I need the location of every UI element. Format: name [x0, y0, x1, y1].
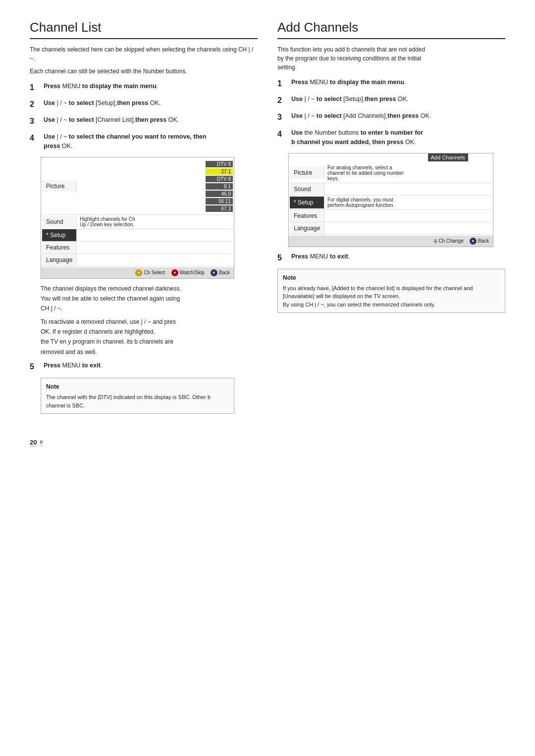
step-3-number: 3 [30, 115, 41, 127]
channel-list-title: Channel List [30, 20, 258, 39]
step-5-right-number: 5 [277, 252, 288, 264]
additional-info: The channel displays the removed channel… [41, 284, 258, 357]
footer-btn-back: ● Back [211, 269, 230, 276]
menu-tooltip: Highlight channels for ChUp / Down key s… [77, 215, 233, 229]
step-4-number: 4 [30, 132, 41, 144]
right-step-4: 4 Use the Number buttons to enter b numb… [277, 128, 505, 147]
page-letter: B [40, 440, 43, 446]
menu-row-features: Features [42, 242, 233, 254]
ac-menu-content-picture: For analog channels, select achannel to … [324, 163, 492, 183]
channel-menu-table: Picture DTV 8 27.1 DTV 8 8.1 46.0 56.11 … [41, 157, 234, 267]
ch-tag-2: 27.1 [206, 168, 233, 175]
watchskip-label: Watch/Skip [180, 270, 205, 275]
step-4: 4 Use | / ~ to select the channel you wa… [30, 132, 258, 151]
step-5-left-number: 5 [30, 361, 41, 373]
right-step-1-number: 1 [277, 78, 288, 90]
step-3-text: Use | / ~ to select [Channel List],then … [44, 115, 179, 125]
menu-row-language: Language [42, 254, 233, 266]
back-right-icon: ● [470, 238, 477, 245]
ac-screen-footer: ≡ Ch Change ● Back [289, 236, 493, 247]
note-line-1: If you already have, [Added to the chann… [283, 285, 473, 291]
channel-tags: DTV 8 27.1 DTV 8 8.1 46.0 56.11 67.3 [204, 159, 232, 213]
ch-tag-5: 46.0 [206, 191, 233, 197]
channel-tags-col: DTV 8 27.1 DTV 8 8.1 46.0 56.11 67.3 [203, 158, 233, 214]
step-2: 2 Use | / ~ to select [Setup],then press… [30, 99, 258, 110]
ac-menu-label-sound: Sound [290, 183, 324, 195]
ac-menu-row-picture: Picture For analog channels, select acha… [290, 163, 492, 183]
note-text-left: The channel with the [DTV] indicated on … [46, 393, 229, 409]
right-step-3: 3 Use | / ~ to select [Add Channels],the… [277, 111, 505, 123]
menu-row-setup: * Setup [42, 229, 233, 242]
chchange-icon: ≡ [433, 238, 437, 245]
add-channels-section: Add Channels This function lets you add … [277, 20, 505, 419]
ch-tag-4: 8.1 [206, 183, 233, 190]
step-2-text: Use | / ~ to select [Setup],then press O… [44, 99, 160, 108]
add-channels-title: Add Channels [277, 20, 505, 39]
step-1-text: Press MENU to display the main menu. [44, 82, 158, 91]
add-channels-steps: 1 Press MENU to display the main menu. 2… [277, 78, 505, 147]
channel-list-intro1: The channels selected here can be skippe… [30, 45, 258, 63]
chselect-icon: ● [135, 269, 142, 276]
ac-menu-content-language [324, 227, 492, 230]
step-3: 3 Use | / ~ to select [Channel List],the… [30, 115, 258, 127]
ac-menu-content-features [324, 214, 492, 217]
menu-content-picture [77, 185, 203, 188]
menu-label-sound: Sound [42, 216, 77, 228]
step-4-text: Use | / ~ to select the channel you want… [44, 132, 207, 151]
back-icon: ● [211, 269, 217, 276]
right-step-1-text: Press MENU to display the main menu. [291, 78, 406, 87]
channel-list-intro2: Each channel can still be selected with … [30, 67, 258, 76]
add-channels-intro: This function lets you add b channels th… [277, 45, 505, 72]
right-step-2-text: Use | / ~ to select [Setup],then press O… [291, 95, 408, 104]
ch-tag-7: 67.3 [206, 205, 233, 212]
note-text-right: If you already have, [Added to the chann… [283, 284, 500, 309]
ac-menu-label-picture: Picture [290, 167, 324, 179]
menu-label-language: Language [42, 254, 77, 266]
menu-content-setup [77, 234, 233, 237]
step-5-left-text: Press MENU to exit. [44, 361, 102, 370]
ac-menu-row-features: Features [290, 210, 492, 222]
back-right-label: Back [478, 238, 489, 244]
right-step-4-text: Use the Number buttons to enter b number… [291, 128, 423, 147]
menu-label-features: Features [42, 242, 77, 253]
additional-line-2: To reactivate a removed channel, use | /… [41, 317, 258, 357]
channel-list-section: Channel List The channels selected here … [30, 20, 258, 419]
watchskip-icon: ● [171, 269, 178, 276]
footer-btn-back-right: ● Back [470, 238, 489, 245]
page-footer: 20 B [30, 439, 505, 447]
menu-label-picture: Picture [42, 180, 77, 192]
channel-list-screen: Picture DTV 8 27.1 DTV 8 8.1 46.0 56.11 … [41, 157, 234, 279]
note-line-3: By using CH | / ~, you can select the me… [283, 302, 435, 307]
right-step-2: 2 Use | / ~ to select [Setup],then press… [277, 95, 505, 106]
note-line-2: [Unavailable] will be displayed on the T… [283, 293, 400, 299]
right-step-3-text: Use | / ~ to select [Add Channels],then … [291, 111, 431, 121]
add-channels-screen: Add Channels Picture For analog channels… [288, 153, 493, 247]
screen-footer: ● Ch Select ● Watch/Skip ● Back [41, 267, 234, 278]
right-step-4-number: 4 [277, 128, 288, 140]
menu-content-features [77, 246, 233, 249]
note-title-right: Note [283, 273, 500, 282]
step-5-left: 5 Press MENU to exit. [30, 361, 258, 373]
menu-row-sound: Sound Highlight channels for ChUp / Down… [42, 215, 233, 229]
menu-label-setup: * Setup [42, 229, 77, 241]
ch-tag-1: DTV 8 [206, 161, 233, 167]
ch-tag-6: 56.11 [206, 198, 233, 204]
ac-menu-label-features: Features [290, 210, 324, 222]
ac-menu-row-sound: Sound [290, 183, 492, 196]
footer-btn-chselect: ● Ch Select [135, 269, 165, 276]
step-1-number: 1 [30, 82, 41, 94]
right-step-2-number: 2 [277, 95, 288, 106]
add-channels-menu-table: Picture For analog channels, select acha… [289, 162, 493, 236]
ch-tag-3: DTV 8 [206, 176, 233, 182]
right-step-1: 1 Press MENU to display the main menu. [277, 78, 505, 90]
chselect-label: Ch Select [144, 270, 165, 275]
step-5-right-text: Press MENU to exit. [291, 252, 350, 261]
right-step-3-number: 3 [277, 111, 288, 123]
ac-menu-label-setup: * Setup [290, 197, 324, 208]
additional-line-1: The channel displays the removed channel… [41, 284, 258, 314]
ac-menu-row-setup: * Setup For digital channels, you mustpe… [290, 196, 492, 210]
chchange-label: Ch Change [438, 238, 464, 244]
ac-menu-tooltip2: For digital channels, you mustperform Au… [324, 196, 492, 209]
add-channels-badge: Add Channels [428, 153, 468, 161]
ac-menu-row-language: Language [290, 222, 492, 235]
